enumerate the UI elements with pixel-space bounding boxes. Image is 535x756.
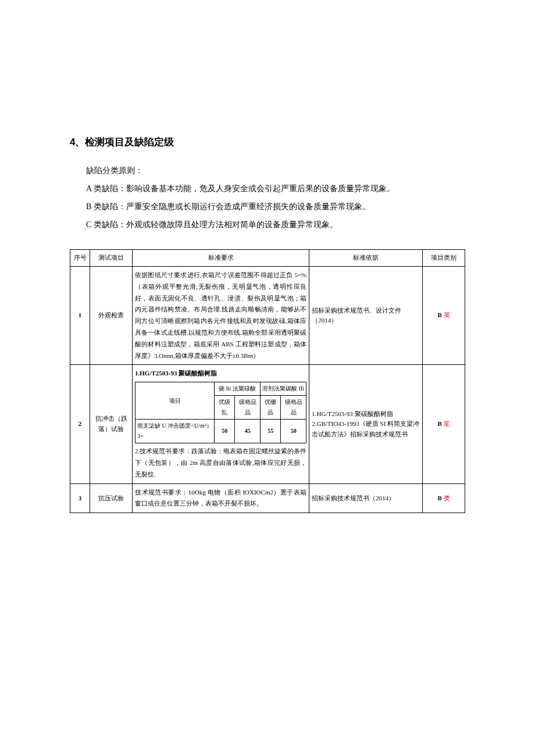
inner-v1: 50 <box>215 420 235 443</box>
inner-sub2: 级格品品 <box>235 396 261 420</box>
cat-letter: B <box>437 420 441 427</box>
cell-basis: 1.HG/T2503-93 聚碳酸酯树脂 2.GB/TIO43-1993《硬质 … <box>309 365 423 483</box>
inner-table: 项目 烧 Iti 法聚碌酸 溶剂法聚碳酸 ffi 优级乱 级格品品 优缀品 级格… <box>135 382 306 443</box>
cell-item: 抗压试验 <box>90 483 133 513</box>
table-row: 1 外观检查 依据图纸尺寸要求进行,衣箱尺寸误差范围不得超过正负 5=%（表箱外… <box>70 266 465 364</box>
table-row: 3 抗压试验 技术规范书要求：10Okg 电物（面积 IOXIOCm2）置于表箱… <box>70 483 465 513</box>
principle-intro: 缺陷分类原则： <box>70 163 465 178</box>
cat-suffix: 英 <box>444 311 450 318</box>
inner-th-item: 项目 <box>135 382 215 420</box>
cat-suffix: 类 <box>444 495 450 501</box>
cat-suffix: 笙 <box>444 420 450 427</box>
inner-th-c1: 烧 Iti 法聚碌酸 <box>215 382 261 396</box>
inner-row: 简支柒缺 U 冲击团度<U/m³）3= 50 45 55 50 <box>135 420 306 443</box>
th-cat: 项目类别 <box>422 250 465 267</box>
cell-basis: 招标采购技术规范书、设计文件（2014） <box>309 266 423 364</box>
req-footer: 2.技术规范书要求：跌落试验：电表箱在固定螺丝旋紧的条件下（无包装），由 2m … <box>135 446 306 480</box>
inner-th-c2: 溶剂法聚碳酸 ffi <box>261 382 306 396</box>
table-row: 2 抗冲击（跌落）试验 1.HG/T2503-93 聚碳酸酯树脂 项目 烧 It… <box>70 365 465 483</box>
cell-req: 依据图纸尺寸要求进行,衣箱尺寸误差范围不得超过正负 5=%（表箱外观平整光滑,无… <box>133 266 309 364</box>
inner-row: 项目 烧 Iti 法聚碌酸 溶剂法聚碳酸 ffi <box>135 382 306 396</box>
cat-letter: B <box>437 311 441 318</box>
cell-req: 1.HG/T2503-93 聚碳酸酯树脂 项目 烧 Iti 法聚碌酸 溶剂法聚碳… <box>133 365 309 483</box>
cell-seq: 2 <box>70 365 90 483</box>
th-basis: 标准依据 <box>309 250 423 267</box>
cell-cat: B 类 <box>422 483 465 513</box>
cell-cat: B 英 <box>422 266 465 364</box>
inner-sub1: 优级乱 <box>215 396 235 420</box>
cell-seq: 3 <box>70 483 90 513</box>
principle-a: A 类缺陷：影响设备基本功能，危及人身安全或会引起严重后果的设备质量异常现象。 <box>70 181 465 196</box>
th-req: 标准要求 <box>133 250 309 267</box>
cat-letter: B <box>437 495 441 501</box>
cell-cat: B 笙 <box>422 365 465 483</box>
section-heading: 4、检测项目及缺陷定级 <box>70 134 465 152</box>
defect-table: 序号 测试项目 标准要求 标准依据 项目类别 1 外观检查 依据图纸尺寸要求进行… <box>70 249 465 513</box>
cell-item: 抗冲击（跌落）试验 <box>90 365 133 483</box>
cell-req: 技术规范书要求：10Okg 电物（面积 IOXIOCm2）置于表箱窗口或任意位置… <box>133 483 309 513</box>
cell-item: 外观检查 <box>90 266 133 364</box>
cell-seq: 1 <box>70 266 90 364</box>
inner-v4: 50 <box>281 420 306 443</box>
principle-b: B 类缺陷：严重安全隐患或长期运行会造成严重经济损失的设备质量异常现象。 <box>70 199 465 214</box>
req-header: 1.HG/T2503-93 聚碳酸酯树脂 <box>135 368 306 379</box>
inner-sub4: 级格品品 <box>281 396 306 420</box>
cell-basis: 招标采购技术规范书（2014） <box>309 483 423 513</box>
th-item: 测试项目 <box>90 250 133 267</box>
th-seq: 序号 <box>70 250 90 267</box>
table-header-row: 序号 测试项目 标准要求 标准依据 项目类别 <box>70 250 465 267</box>
inner-v3: 55 <box>261 420 281 443</box>
defect-table-wrap: 序号 测试项目 标准要求 标准依据 项目类别 1 外观检查 依据图纸尺寸要求进行… <box>70 249 465 513</box>
inner-label: 简支柒缺 U 冲击团度<U/m³）3= <box>135 420 215 443</box>
principle-c: C 类缺陷：外观或轻微故障且处理方法相对简单的设备质量异常现象。 <box>70 217 465 232</box>
inner-sub3: 优缀品 <box>261 396 281 420</box>
inner-v2: 45 <box>235 420 261 443</box>
